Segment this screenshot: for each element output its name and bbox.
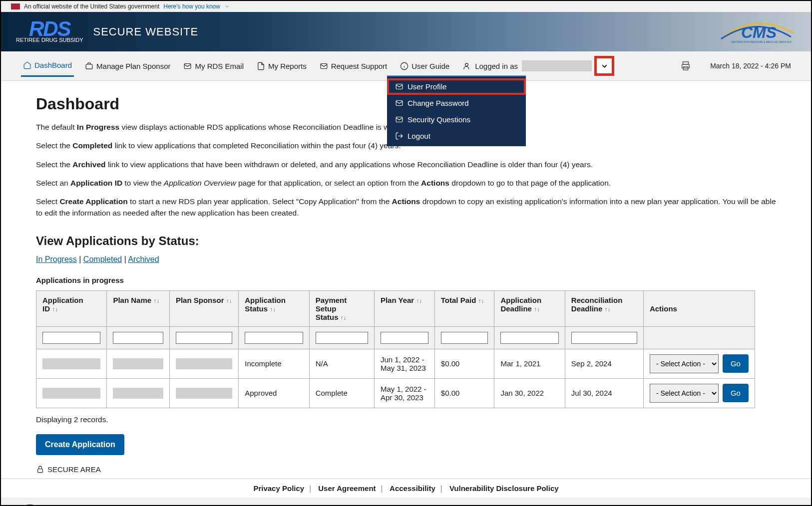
col-app-deadline[interactable]: Application Deadline↑↓ xyxy=(494,290,565,326)
col-total-paid[interactable]: Total Paid↑↓ xyxy=(434,290,494,326)
svg-rect-14 xyxy=(396,117,403,122)
cell-app-deadline: Jan 30, 2022 xyxy=(494,378,565,408)
chevron-down-icon xyxy=(600,62,609,70)
col-plan-name[interactable]: Plan Name↑↓ xyxy=(107,290,169,326)
col-recon-deadline[interactable]: Reconciliation Deadline↑↓ xyxy=(565,290,643,326)
footer-vuln[interactable]: Vulnerability Disclosure Policy xyxy=(449,484,559,493)
link-completed[interactable]: Completed xyxy=(83,255,122,263)
intro-p5: Select Create Application to start a new… xyxy=(36,196,776,219)
svg-text:CENTERS FOR MEDICARE & MEDICAI: CENTERS FOR MEDICARE & MEDICAID SERVICES xyxy=(731,40,792,43)
user-menu-security-label: Security Questions xyxy=(407,115,470,124)
logged-in-label: Logged in as xyxy=(475,62,518,70)
mail-icon xyxy=(395,82,404,91)
user-name-redacted xyxy=(522,60,592,71)
nav-my-reports-label: My Reports xyxy=(268,62,307,70)
go-button[interactable]: Go xyxy=(723,354,749,373)
col-plan-year[interactable]: Plan Year↑↓ xyxy=(374,290,434,326)
nav-request-support[interactable]: Request Support xyxy=(318,56,390,76)
gov-banner-link[interactable]: Here's how you know xyxy=(163,3,220,10)
chevron-down-icon xyxy=(224,3,230,9)
user-menu-logout-label: Logout xyxy=(407,132,430,140)
status-links: In Progress | Completed | Archived xyxy=(36,255,776,264)
applications-table: Application ID↑↓ Plan Name↑↓ Plan Sponso… xyxy=(36,290,755,408)
svg-rect-12 xyxy=(396,84,403,89)
cell-app-deadline: Mar 1, 2021 xyxy=(494,349,565,378)
nav-dashboard[interactable]: DashBoard xyxy=(21,55,74,77)
filter-plan-sponsor[interactable] xyxy=(176,332,232,344)
cell-plan-year: Jun 1, 2022 - May 31, 2023 xyxy=(374,349,434,378)
action-select[interactable]: - Select Action - xyxy=(650,354,719,373)
svg-rect-9 xyxy=(683,62,689,65)
cell-pay-status: Complete xyxy=(309,378,374,408)
user-menu-profile[interactable]: User Profile xyxy=(387,78,526,95)
cell-app-status: Approved xyxy=(239,378,309,408)
nav-my-email-label: My RDS Email xyxy=(195,62,244,70)
col-app-status[interactable]: Application Status↑↓ xyxy=(239,290,309,326)
table-row: Incomplete N/A Jun 1, 2022 - May 31, 202… xyxy=(36,349,755,378)
mail-icon xyxy=(395,115,404,124)
user-menu-logout[interactable]: Logout xyxy=(387,128,526,144)
svg-rect-13 xyxy=(396,101,403,106)
mail-icon xyxy=(395,99,404,107)
hhs-seal-icon xyxy=(16,505,44,506)
home-icon xyxy=(23,61,31,69)
briefcase-icon xyxy=(85,62,93,70)
footer-user-agreement[interactable]: User Agreement xyxy=(318,484,376,493)
go-button[interactable]: Go xyxy=(723,384,749,402)
cell-plan-year: May 1, 2022 - Apr 30, 2023 xyxy=(374,378,434,408)
cell-recon-deadline: Sep 2, 2024 xyxy=(565,349,643,378)
redacted-cell xyxy=(42,388,100,399)
footer-links: Privacy Policy| User Agreement| Accessib… xyxy=(1,479,811,498)
user-menu-password-label: Change Password xyxy=(407,99,469,107)
filter-total-paid[interactable] xyxy=(441,332,488,344)
info-icon xyxy=(400,62,408,70)
col-actions: Actions xyxy=(643,290,755,326)
cell-recon-deadline: Jul 30, 2024 xyxy=(565,378,643,408)
logout-icon xyxy=(395,132,404,140)
user-menu-change-password[interactable]: Change Password xyxy=(387,95,526,111)
user-menu-security[interactable]: Security Questions xyxy=(387,111,526,128)
cell-total-paid: $0.00 xyxy=(434,378,494,408)
col-plan-sponsor[interactable]: Plan Sponsor↑↓ xyxy=(169,290,238,326)
nav-my-email[interactable]: My RDS Email xyxy=(181,56,246,76)
user-menu-profile-label: User Profile xyxy=(407,82,446,91)
filter-app-status[interactable] xyxy=(245,332,303,344)
gov-banner-text: An official website of the United States… xyxy=(24,3,159,10)
nav-user-guide[interactable]: User Guide xyxy=(398,56,451,76)
col-app-id[interactable]: Application ID↑↓ xyxy=(36,290,107,326)
filter-actions-blank xyxy=(643,326,755,349)
nav-dashboard-label: DashBoard xyxy=(34,61,72,69)
cell-app-status: Incomplete xyxy=(239,349,309,378)
footer-accessibility[interactable]: Accessibility xyxy=(390,484,435,493)
col-pay-status[interactable]: Payment Setup Status↑↓ xyxy=(309,290,374,326)
print-icon[interactable] xyxy=(680,60,691,71)
svg-rect-16 xyxy=(38,469,43,472)
link-archived[interactable]: Archived xyxy=(128,255,159,263)
filter-recon-deadline[interactable] xyxy=(571,332,637,344)
nav-datetime: March 18, 2022 - 4:26 PM xyxy=(710,62,791,70)
cell-total-paid: $0.00 xyxy=(434,349,494,378)
action-select[interactable]: - Select Action - xyxy=(650,384,719,403)
intro-p3: Select the Archived link to view applica… xyxy=(36,159,776,170)
table-caption: Applications in progress xyxy=(36,276,776,284)
filter-app-id[interactable] xyxy=(42,332,100,344)
link-in-progress[interactable]: In Progress xyxy=(36,255,77,263)
nav-manage-sponsor[interactable]: Manage Plan Sponsor xyxy=(83,56,172,76)
filter-plan-name[interactable] xyxy=(113,332,163,344)
filter-pay-status[interactable] xyxy=(316,332,368,344)
filter-plan-year[interactable] xyxy=(381,332,428,344)
us-flag-icon xyxy=(11,3,20,9)
create-application-button[interactable]: Create Application xyxy=(36,434,124,455)
redacted-cell xyxy=(42,358,100,369)
table-row: Approved Complete May 1, 2022 - Apr 30, … xyxy=(36,378,755,408)
user-menu-toggle[interactable] xyxy=(596,57,613,74)
footer-bottom: Approved OMB-0938-0957 Form CMS-10156 Ap… xyxy=(1,498,811,506)
footer-privacy[interactable]: Privacy Policy xyxy=(253,484,304,493)
cell-pay-status: N/A xyxy=(309,349,374,378)
svg-point-8 xyxy=(465,63,468,66)
intro-p4: Select an Application ID to view the App… xyxy=(36,177,776,189)
nav-my-reports[interactable]: My Reports xyxy=(255,56,309,76)
redacted-cell xyxy=(113,388,163,399)
filter-app-deadline[interactable] xyxy=(500,332,558,344)
status-heading: View Applications by Status: xyxy=(36,234,776,248)
